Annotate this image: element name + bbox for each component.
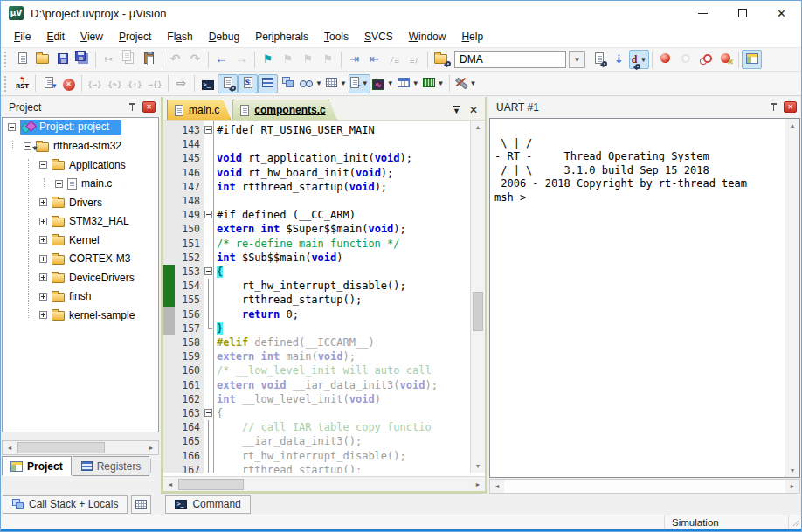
bookmark-next-button[interactable]: ⚑ (278, 50, 298, 69)
plus-expander-icon[interactable] (39, 236, 47, 244)
dropdown-caret-icon[interactable]: ▼ (470, 79, 477, 87)
tree-item-kernel-sample[interactable]: kernel-sample (3, 306, 158, 325)
comment-button[interactable]: /≡ (384, 50, 404, 69)
menu-debug[interactable]: Debug (201, 27, 247, 46)
uart-panel-close-button[interactable]: ✕ (784, 101, 797, 113)
dropdown-caret-icon[interactable]: ▼ (412, 79, 419, 87)
symbol-window-button[interactable]: S (238, 74, 258, 93)
scroll-left-icon[interactable]: ◄ (490, 480, 504, 493)
menu-file[interactable]: File (6, 27, 38, 46)
menu-view[interactable]: View (73, 27, 111, 46)
fold-column[interactable] (204, 121, 214, 473)
minus-expander-icon[interactable] (39, 161, 47, 169)
paste-button[interactable] (139, 50, 159, 69)
find-next-button[interactable] (589, 50, 609, 69)
dropdown-caret-icon[interactable]: ▼ (340, 79, 347, 87)
tree-item-cortex-m3[interactable]: CORTEX-M3 (3, 250, 158, 269)
dropdown-caret-icon[interactable]: ▼ (315, 79, 322, 87)
watch-windows-button[interactable]: ▼ (298, 74, 324, 93)
menu-peripherals[interactable]: Peripherals (247, 27, 316, 46)
code-editor[interactable]: 143 144 145 146 147 148 149 150 151 152 … (163, 121, 485, 473)
stop-button[interactable]: ✕ (59, 74, 79, 93)
unindent-button[interactable]: ⇤ (364, 50, 384, 69)
scroll-left-icon[interactable]: ◄ (163, 478, 177, 491)
cut-button[interactable]: ✂ (99, 50, 119, 69)
pin-icon[interactable] (769, 102, 778, 112)
indent-button[interactable]: ⇥ (344, 50, 364, 69)
selected-tree-item[interactable]: Project: project (20, 120, 121, 135)
plus-expander-icon[interactable] (39, 198, 47, 206)
plus-expander-icon[interactable] (39, 293, 47, 301)
incremental-find-button[interactable]: ⇣ (609, 50, 629, 69)
editor-hscrollbar[interactable]: ◄ ► (163, 476, 485, 491)
breakpoint-kill-all-button[interactable]: ✕ (716, 50, 736, 69)
tab-registers[interactable]: Registers (73, 456, 150, 476)
menu-svcs[interactable]: SVCS (356, 27, 401, 46)
debug-settings-button[interactable]: ▼ (453, 74, 479, 93)
pin-icon[interactable] (128, 102, 137, 112)
tree-item-project-project[interactable]: Project: project (3, 118, 158, 137)
find-input[interactable]: DMA (454, 51, 566, 68)
toolbox-button[interactable]: ▼ (421, 74, 446, 93)
tab-list-icon[interactable]: ▼ (453, 106, 460, 114)
menu-project[interactable]: Project (111, 27, 159, 46)
dropdown-caret-icon[interactable]: ▼ (438, 79, 445, 87)
tree-item-drivers[interactable]: Drivers (3, 193, 158, 212)
tree-item-main-c[interactable]: main.c (3, 175, 158, 194)
dropdown-caret-icon[interactable]: ▼ (640, 56, 646, 64)
new-file-button[interactable] (12, 50, 32, 69)
scroll-down-icon[interactable]: ▼ (471, 459, 485, 473)
menu-edit[interactable]: Edit (38, 27, 73, 46)
menu-tools[interactable]: Tools (316, 27, 356, 46)
uart-vscrollbar[interactable]: ▲ ▼ (785, 119, 799, 477)
breakpoint-insert-button[interactable] (655, 50, 675, 69)
memory-windows-button[interactable]: ▼ (324, 74, 349, 93)
maximize-button[interactable] (722, 1, 762, 25)
bookmark-toggle-button[interactable]: ⚑ (258, 50, 278, 69)
plus-expander-icon[interactable] (55, 180, 63, 188)
minus-expander-icon[interactable] (8, 123, 16, 131)
scroll-left-icon[interactable]: ◄ (3, 441, 17, 454)
find-in-files-button[interactable] (431, 50, 451, 69)
fold-collapse-icon[interactable] (204, 409, 212, 417)
show-next-statement-button[interactable]: ⇨ (171, 74, 191, 93)
tree-item-devicedrivers[interactable]: DeviceDrivers (3, 268, 158, 287)
run-button[interactable]: ▾ (38, 74, 59, 93)
editor-vscrollbar[interactable]: ▲ ▼ (470, 121, 485, 473)
menu-flash[interactable]: Flash (159, 27, 200, 46)
minimize-button[interactable] (683, 1, 722, 25)
scroll-up-icon[interactable]: ▲ (471, 121, 485, 134)
menu-help[interactable]: Help (453, 27, 491, 46)
copy-button[interactable] (119, 50, 139, 69)
callstack-window-button[interactable] (278, 74, 298, 93)
uart-output[interactable]: \ | / - RT - Thread Operating System / |… (489, 118, 800, 478)
fold-collapse-icon[interactable] (204, 126, 212, 134)
breakpoint-enable-button[interactable] (675, 50, 695, 69)
find-combo-dropdown[interactable]: ▼ (569, 51, 585, 68)
project-panel-close-button[interactable]: ✕ (142, 101, 156, 113)
redo-button[interactable]: ↷ (185, 50, 205, 69)
run-to-line-button[interactable]: →{} (145, 74, 165, 93)
callstack-locals-tab[interactable]: Call Stack + Locals (3, 495, 128, 514)
reset-cpu-button[interactable]: ↰RST (12, 74, 32, 93)
command-tab[interactable]: >_ Command (165, 495, 250, 514)
step-out-button[interactable]: {↑} (125, 74, 145, 93)
code-text[interactable]: #ifdef RT_USING_USER_MAIN void rt_applic… (214, 121, 470, 473)
step-over-button[interactable]: {↷} (105, 74, 125, 93)
navigate-forward-button[interactable]: → (232, 50, 252, 69)
menu-window[interactable]: Window (401, 27, 454, 46)
undo-button[interactable]: ↶ (165, 50, 185, 69)
dropdown-caret-icon[interactable]: ▼ (387, 79, 394, 87)
tree-item-applications[interactable]: Applications (3, 155, 158, 175)
fold-collapse-icon[interactable] (204, 267, 212, 275)
open-file-button[interactable] (32, 50, 52, 69)
plus-expander-icon[interactable] (39, 311, 47, 319)
dropdown-caret-icon[interactable]: ▼ (362, 79, 369, 87)
scroll-right-icon[interactable]: ► (144, 441, 158, 454)
scroll-thumb[interactable] (473, 292, 483, 331)
plus-expander-icon[interactable] (39, 218, 47, 225)
bookmark-clear-button[interactable]: ⚑ (318, 50, 338, 69)
scroll-thumb[interactable] (178, 479, 244, 490)
toolbar2-grip[interactable] (4, 76, 9, 92)
plus-expander-icon[interactable] (39, 273, 47, 281)
